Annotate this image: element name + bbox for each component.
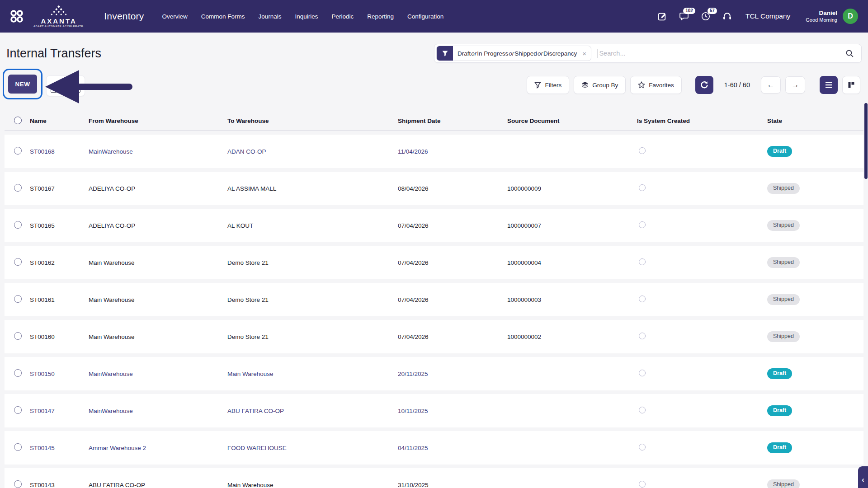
table-row[interactable]: ST00147 MainWarehouse ABU FATIRA CO-OP 1… [5,394,863,427]
cell-name[interactable]: ST00147 [30,408,89,414]
cell-source-document[interactable]: 1000000007 [507,222,637,229]
cell-from-warehouse[interactable]: Main Warehouse [89,259,227,266]
cell-to-warehouse[interactable]: Main Warehouse [227,482,398,488]
menu-inquiries[interactable]: Inquiries [295,13,318,20]
cell-shipment-date[interactable]: 08/04/2026 [398,185,507,192]
cell-name[interactable]: ST00162 [30,259,89,266]
cell-from-warehouse[interactable]: MainWarehouse [89,148,227,155]
table-row[interactable]: ST00143 ABU FATIRA CO-OP Main Warehouse … [5,468,863,488]
menu-overview[interactable]: Overview [162,13,187,20]
cell-shipment-date[interactable]: 04/11/2025 [398,445,507,451]
table-row[interactable]: ST00145 Ammar Warehouse 2 FOOD WAREHOUSE… [5,431,863,465]
cell-from-warehouse[interactable]: Ammar Warehouse 2 [89,445,227,451]
cell-name[interactable]: ST00167 [30,185,89,192]
column-header-source-document[interactable]: Source Document [507,117,637,124]
is-system-created-radio[interactable] [639,370,646,376]
cell-name[interactable]: ST00143 [30,482,89,488]
row-select-radio[interactable] [14,295,22,303]
table-row[interactable]: ST00161 Main Warehouse Demo Store 21 07/… [5,283,863,316]
menu-configuration[interactable]: Configuration [407,13,443,20]
table-row[interactable]: ST00162 Main Warehouse Demo Store 21 07/… [5,246,863,279]
filters-button[interactable]: Filters [527,76,569,94]
menu-periodic[interactable]: Periodic [332,13,354,20]
row-select-radio[interactable] [14,406,22,414]
cell-to-warehouse[interactable]: FOOD WAREHOUSE [227,445,398,451]
cell-source-document[interactable]: 1000000003 [507,296,637,303]
table-row[interactable]: ST00160 Main Warehouse Demo Store 21 07/… [5,320,863,353]
cell-shipment-date[interactable]: 20/11/2025 [398,371,507,377]
is-system-created-radio[interactable] [639,258,646,265]
cell-source-document[interactable]: 1000000004 [507,259,637,266]
menu-common-forms[interactable]: Common Forms [201,13,245,20]
is-system-created-radio[interactable] [639,147,646,154]
cell-shipment-date[interactable]: 07/04/2026 [398,296,507,303]
cell-shipment-date[interactable]: 07/04/2026 [398,222,507,229]
cell-to-warehouse[interactable]: ABU FATIRA CO-OP [227,408,398,414]
is-system-created-radio[interactable] [639,296,646,302]
cell-to-warehouse[interactable]: Demo Store 21 [227,259,398,266]
table-row[interactable]: ST00167 ADELIYA CO-OP AL ASSIMA MALL 08/… [5,172,863,205]
search-input[interactable]: Search... [591,44,845,62]
favorites-button[interactable]: Favorites [630,76,682,94]
cell-name[interactable]: ST00161 [30,296,89,303]
column-header-name[interactable]: Name [30,117,89,124]
user-menu[interactable]: Daniel Good Morning [806,9,837,23]
cell-name[interactable]: ST00168 [30,148,89,155]
cell-from-warehouse[interactable]: Main Warehouse [89,333,227,340]
cell-name[interactable]: ST00145 [30,445,89,451]
is-system-created-radio[interactable] [639,333,646,339]
cell-name[interactable]: ST00165 [30,222,89,229]
avatar[interactable]: D [843,9,858,24]
row-select-radio[interactable] [14,332,22,340]
cell-from-warehouse[interactable]: ADELIYA CO-OP [89,222,227,229]
collapse-panel-button[interactable]: ‹ [858,466,868,488]
cell-to-warehouse[interactable]: Demo Store 21 [227,296,398,303]
is-system-created-radio[interactable] [639,221,646,228]
table-row[interactable]: ST00165 ADELIYA CO-OP AL KOUT 07/04/2026… [5,209,863,242]
messages-icon[interactable]: 102 [679,11,689,21]
row-select-radio[interactable] [14,221,22,229]
cell-source-document[interactable]: 1000000009 [507,185,637,192]
table-row[interactable]: ST00168 MainWarehouse ADAN CO-OP 11/04/2… [5,135,863,168]
cell-from-warehouse[interactable]: ADELIYA CO-OP [89,185,227,192]
company-name[interactable]: TCL Company [745,12,790,20]
is-system-created-radio[interactable] [639,184,646,191]
cell-to-warehouse[interactable]: Main Warehouse [227,371,398,377]
next-page-button[interactable]: → [785,76,805,94]
compose-icon[interactable] [658,12,667,21]
row-select-radio[interactable] [14,258,22,266]
cell-to-warehouse[interactable]: AL ASSIMA MALL [227,185,398,192]
row-select-radio[interactable] [14,480,22,488]
cell-from-warehouse[interactable]: ABU FATIRA CO-OP [89,482,227,488]
scrollbar[interactable] [864,103,868,179]
menu-reporting[interactable]: Reporting [367,13,394,20]
cell-name[interactable]: ST00160 [30,333,89,340]
refresh-button[interactable] [695,76,713,94]
table-row[interactable]: ST00150 MainWarehouse Main Warehouse 20/… [5,357,863,390]
secondary-actions-button[interactable] [46,75,85,96]
column-header-shipment-date[interactable]: Shipment Date [398,117,507,124]
cell-to-warehouse[interactable]: Demo Store 21 [227,333,398,340]
list-view-button[interactable] [820,76,838,94]
row-select-radio[interactable] [14,147,22,155]
cell-shipment-date[interactable]: 10/11/2025 [398,408,507,414]
apps-grid-icon[interactable] [10,9,24,23]
cell-source-document[interactable]: 1000000002 [507,333,637,340]
cell-from-warehouse[interactable]: MainWarehouse [89,371,227,377]
cell-from-warehouse[interactable]: Main Warehouse [89,296,227,303]
prev-page-button[interactable]: ← [761,76,781,94]
cell-to-warehouse[interactable]: ADAN CO-OP [227,148,398,155]
cell-shipment-date[interactable]: 07/04/2026 [398,259,507,266]
app-title[interactable]: Inventory [104,11,144,22]
search-icon[interactable] [845,49,854,58]
kanban-view-button[interactable] [842,76,860,94]
cell-shipment-date[interactable]: 07/04/2026 [398,333,507,340]
new-button[interactable]: NEW [8,75,37,94]
support-headset-icon[interactable] [722,12,732,21]
row-select-radio[interactable] [14,443,22,451]
row-select-radio[interactable] [14,184,22,192]
axanta-logo[interactable]: AXANTA ADAPT.AUTOMATE.ACCELERATE. [33,5,84,28]
cell-to-warehouse[interactable]: AL KOUT [227,222,398,229]
cell-name[interactable]: ST00150 [30,371,89,377]
column-header-from-warehouse[interactable]: From Warehouse [89,117,227,124]
